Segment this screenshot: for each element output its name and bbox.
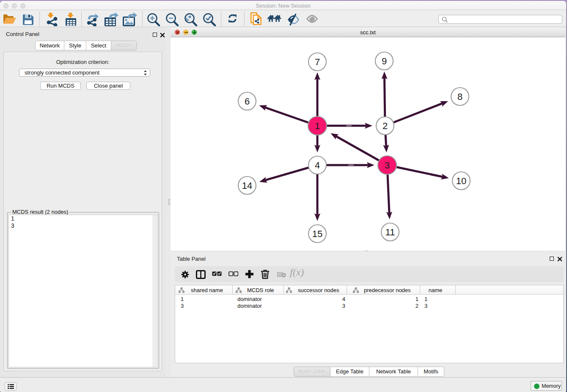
svg-text:14: 14 xyxy=(242,180,252,191)
svg-text:8: 8 xyxy=(457,91,462,102)
svg-text:1: 1 xyxy=(315,121,320,131)
svg-text:7: 7 xyxy=(315,57,320,67)
svg-text:4: 4 xyxy=(315,160,320,171)
svg-text:15: 15 xyxy=(312,229,322,239)
svg-text:6: 6 xyxy=(245,96,250,107)
svg-text:9: 9 xyxy=(382,56,387,66)
svg-text:3: 3 xyxy=(385,160,390,171)
svg-text:2: 2 xyxy=(383,121,388,131)
svg-text:10: 10 xyxy=(456,176,466,186)
svg-text:11: 11 xyxy=(385,227,395,237)
